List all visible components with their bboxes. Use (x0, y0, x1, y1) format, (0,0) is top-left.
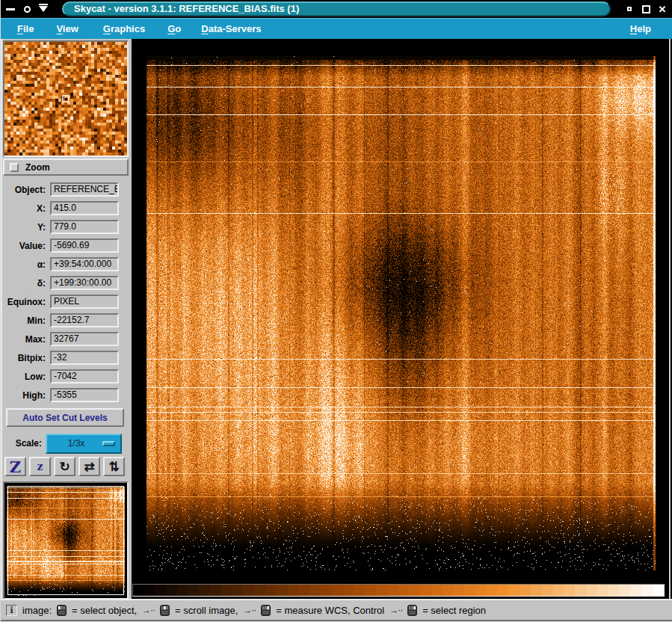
ra-label: α: (2, 259, 50, 270)
equinox-field[interactable]: PIXEL (50, 295, 119, 309)
field-row-bitpix: Bitpix: -32 (2, 348, 129, 367)
scale-value: 1/3x (47, 438, 102, 449)
high-field[interactable]: -5355 (50, 388, 119, 402)
pan-window (3, 481, 129, 600)
field-row-x: X: 415.0 (2, 199, 129, 218)
mouse-button3-icon (261, 605, 271, 616)
menubutton-indicator-icon (102, 441, 115, 446)
field-row-y: Y: 779.0 (2, 218, 129, 236)
zoom-checkbox[interactable] (10, 163, 19, 172)
high-label: High: (2, 390, 50, 401)
content-area: Zoom Object: REFERENCE_B X: 415.0 Y: 779… (1, 39, 672, 600)
field-row-max: Max: 32767 (2, 330, 129, 348)
colorbar-canvas (133, 585, 664, 596)
window-close-icon[interactable]: ✕ (657, 4, 668, 14)
field-row-low: Low: -7042 (2, 367, 129, 386)
zoom-checkbox-label: Zoom (25, 162, 50, 173)
object-label: Object: (2, 185, 50, 195)
status-prefix: image: (22, 605, 52, 616)
value-field[interactable]: -5690.69 (50, 238, 119, 253)
low-field[interactable]: -7042 (50, 369, 119, 384)
drag-arrow-icon: →·· (389, 605, 402, 615)
window-shade-icon[interactable] (38, 4, 49, 14)
mouse-button1-icon (57, 605, 67, 616)
menu-data-servers[interactable]: Data-Servers (201, 23, 261, 34)
zoom-toggle-row: Zoom (3, 158, 129, 176)
menu-help[interactable]: Help (630, 23, 651, 34)
drag-arrow-icon: →·· (243, 605, 256, 615)
info-icon: i (6, 605, 17, 616)
title-bar: Skycat - version 3.1.1: REFERENCE_BIAS.f… (1, 0, 672, 18)
status-measure-wcs: = measure WCS, Control (276, 605, 384, 616)
bitpix-label: Bitpix: (2, 353, 50, 363)
field-row-dec: δ: +199:30:00.00 (2, 274, 129, 292)
left-panel: Zoom Object: REFERENCE_B X: 415.0 Y: 779… (1, 39, 132, 600)
dec-field[interactable]: +199:30:00.00 (50, 276, 119, 290)
equinox-label: Equinox: (2, 297, 50, 307)
status-bar: i image: = select object, →·· = scroll i… (1, 599, 672, 621)
dec-label: δ: (2, 278, 50, 289)
status-select-object: = select object, (72, 605, 137, 616)
info-panel: Object: REFERENCE_B X: 415.0 Y: 779.0 Va… (2, 180, 129, 404)
mouse-button3-icon (407, 605, 417, 616)
zoom-window (3, 40, 129, 157)
zoom-window-canvas (4, 42, 127, 156)
status-scroll-image: = scroll image, (175, 605, 238, 616)
menu-file[interactable]: File (17, 23, 34, 34)
rotate-icon[interactable]: ↻ (54, 457, 75, 476)
auto-set-cut-levels-button[interactable]: Auto Set Cut Levels (6, 408, 124, 427)
field-row-ra: α: +39:54:00.000 (2, 255, 129, 274)
value-label: Value: (2, 241, 50, 251)
drag-arrow-icon: →·· (142, 605, 155, 615)
field-row-value: Value: -5690.69 (2, 236, 129, 255)
colorbar[interactable] (132, 584, 665, 597)
menu-view[interactable]: View (56, 23, 78, 34)
y-field[interactable]: 779.0 (50, 220, 119, 234)
window-minimize-icon[interactable] (5, 4, 16, 14)
min-field[interactable]: -22152.7 (50, 313, 119, 327)
window-iconify-icon[interactable] (624, 4, 635, 14)
skycat-window: Skycat - version 3.1.1: REFERENCE_BIAS.f… (0, 0, 672, 622)
main-image-canvas[interactable] (147, 56, 656, 570)
menu-graphics[interactable]: Graphics (103, 23, 145, 34)
min-label: Min: (2, 315, 50, 326)
window-frame-edge (669, 39, 671, 600)
main-image-area (132, 39, 672, 600)
zoom-in-button[interactable]: Z (4, 457, 26, 476)
y-label: Y: (2, 222, 50, 233)
menu-go[interactable]: Go (167, 23, 181, 34)
field-row-object: Object: REFERENCE_B (2, 180, 129, 199)
x-label: X: (2, 203, 50, 214)
status-select-region: = select region (422, 605, 486, 616)
flip-vertical-icon[interactable]: ⇅ (103, 457, 125, 476)
view-toolbar: Z z ↻ ⇄ ⇅ (4, 457, 125, 476)
field-row-min: Min: -22152.7 (2, 311, 129, 330)
window-menu-icon[interactable] (22, 4, 32, 14)
ra-field[interactable]: +39:54:00.000 (50, 257, 119, 271)
field-row-equinox: Equinox: PIXEL (2, 292, 129, 311)
max-field[interactable]: 32767 (50, 332, 119, 346)
menu-bar: File View Graphics Go Data-Servers Help (1, 18, 672, 39)
flip-horizontal-icon[interactable]: ⇄ (78, 457, 100, 476)
bitpix-field[interactable]: -32 (50, 351, 119, 365)
object-field[interactable]: REFERENCE_B (50, 182, 119, 197)
scale-row: Scale: 1/3x (2, 433, 129, 454)
max-label: Max: (2, 334, 50, 345)
pan-window-canvas[interactable] (7, 485, 125, 596)
field-row-high: High: -5355 (2, 386, 129, 404)
zoom-out-button[interactable]: z (29, 457, 51, 476)
scale-label: Scale: (2, 438, 46, 449)
x-field[interactable]: 415.0 (50, 201, 119, 215)
mouse-button2-icon (160, 605, 170, 616)
window-maximize-icon[interactable] (641, 4, 651, 14)
scale-menubutton[interactable]: 1/3x (46, 434, 122, 454)
low-label: Low: (2, 372, 50, 382)
window-title: Skycat - version 3.1.1: REFERENCE_BIAS.f… (62, 1, 611, 16)
